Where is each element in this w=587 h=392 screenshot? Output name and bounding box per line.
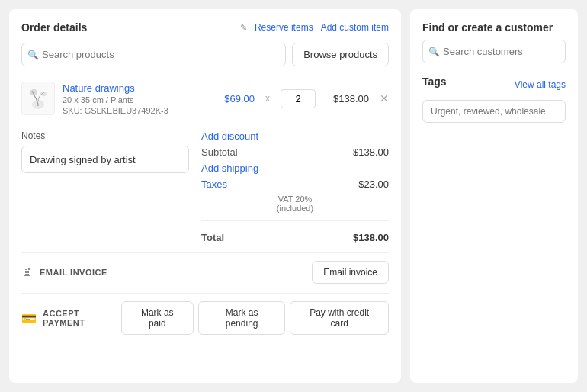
search-customers-input[interactable]: [422, 40, 566, 63]
totals-section: Add discount — Subtotal $138.00 Add ship…: [201, 130, 389, 243]
clock-icon: ✎: [240, 23, 247, 33]
product-image: [21, 82, 55, 115]
accept-payment-label: ACCEPT PAYMENT: [43, 309, 121, 327]
product-name[interactable]: Nature drawings: [63, 82, 205, 94]
search-products-wrap: 🔍: [21, 43, 286, 66]
line-total: $138.00: [323, 93, 369, 104]
search-products-row: 🔍 Browse products: [21, 43, 389, 66]
taxes-value: $23.00: [358, 178, 389, 190]
tags-input[interactable]: [422, 100, 566, 123]
mark-as-pending-button[interactable]: Mark as pending: [198, 301, 285, 335]
notes-section: Notes: [21, 130, 189, 173]
search-products-input[interactable]: [21, 43, 286, 66]
notes-label: Notes: [21, 130, 189, 141]
add-discount-row: Add discount —: [201, 130, 389, 142]
accept-payment-icon: 💳: [21, 311, 37, 326]
header-links: ✎ Reserve items Add custom item: [240, 22, 389, 33]
add-discount-value: —: [379, 130, 389, 142]
subtotal-row: Subtotal $138.00: [201, 146, 389, 158]
subtotal-value: $138.00: [353, 146, 389, 158]
email-invoice-button[interactable]: Email invoice: [312, 261, 389, 284]
times-sign: x: [265, 93, 270, 104]
view-all-tags-link[interactable]: View all tags: [515, 79, 566, 90]
remove-product-button[interactable]: ✕: [380, 92, 389, 104]
total-row: Total $138.00: [201, 232, 389, 243]
add-custom-item-link[interactable]: Add custom item: [321, 22, 389, 33]
notes-input[interactable]: [21, 146, 189, 173]
accept-payment-section: 💳 ACCEPT PAYMENT Mark as paid Mark as pe…: [21, 293, 389, 335]
order-details-header: Order details ✎ Reserve items Add custom…: [21, 21, 389, 34]
tags-header: Tags View all tags: [422, 76, 566, 94]
email-invoice-label: EMAIL INVOICE: [40, 268, 107, 277]
tags-title: Tags: [422, 76, 447, 88]
quantity-input[interactable]: [281, 89, 316, 108]
reserve-items-link[interactable]: Reserve items: [255, 22, 313, 33]
payment-buttons: Mark as paid Mark as pending Pay with cr…: [121, 301, 389, 335]
product-sub2: SKU: GSLKEBIEU37492K-3: [63, 106, 205, 115]
product-row: Nature drawings 20 x 35 cm / Plants SKU:…: [21, 76, 389, 121]
total-value: $138.00: [353, 232, 389, 243]
tax-detail: VAT 20%(included): [201, 194, 389, 213]
product-info: Nature drawings 20 x 35 cm / Plants SKU:…: [63, 82, 205, 115]
search-customers-wrap: 🔍: [422, 40, 566, 63]
left-panel: Order details ✎ Reserve items Add custom…: [9, 9, 401, 383]
search-products-icon: 🔍: [27, 50, 39, 60]
svg-point-1: [29, 88, 38, 97]
add-discount-label[interactable]: Add discount: [201, 130, 258, 142]
add-shipping-value: —: [379, 162, 389, 174]
taxes-label[interactable]: Taxes: [201, 178, 227, 190]
total-label: Total: [201, 232, 224, 243]
svg-point-2: [40, 91, 47, 97]
pay-with-credit-card-button[interactable]: Pay with credit card: [290, 301, 389, 335]
search-customers-icon: 🔍: [428, 47, 440, 57]
right-panel: Find or create a customer 🔍 Tags View al…: [410, 9, 578, 383]
email-invoice-section: 🗎 EMAIL INVOICE Email invoice: [21, 252, 389, 284]
subtotal-label: Subtotal: [201, 146, 238, 158]
tags-section: Tags View all tags: [422, 76, 566, 123]
find-customer-title: Find or create a customer: [422, 21, 566, 34]
notes-totals-row: Notes Add discount — Subtotal $138.00 Ad…: [21, 130, 389, 243]
accept-payment-label-row: 💳 ACCEPT PAYMENT: [21, 309, 121, 327]
product-price[interactable]: $69.00: [213, 93, 255, 104]
add-shipping-label[interactable]: Add shipping: [201, 162, 258, 174]
mark-as-paid-button[interactable]: Mark as paid: [121, 301, 194, 335]
totals-divider: [201, 220, 389, 221]
order-details-title: Order details: [21, 21, 87, 34]
add-shipping-row: Add shipping —: [201, 162, 389, 174]
email-invoice-label-row: 🗎 EMAIL INVOICE: [21, 265, 107, 279]
browse-products-button[interactable]: Browse products: [292, 43, 389, 66]
email-invoice-icon: 🗎: [21, 265, 34, 279]
taxes-row: Taxes $23.00: [201, 178, 389, 190]
find-customer-section: Find or create a customer 🔍: [422, 21, 566, 63]
product-sub1: 20 x 35 cm / Plants: [63, 95, 205, 104]
